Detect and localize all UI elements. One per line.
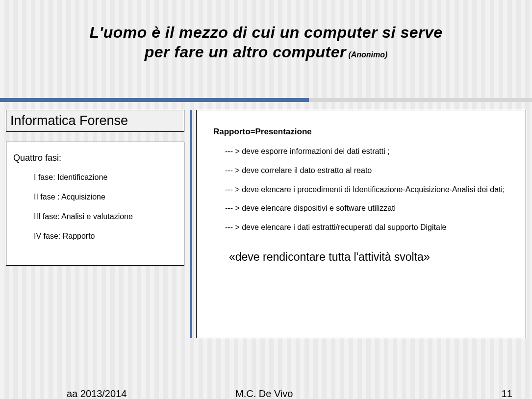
phase-item: II fase : Acquisizione: [34, 193, 177, 201]
title-author: (Anonimo): [348, 50, 387, 59]
right-column: Rapporto=Presentazione --- > deve esporr…: [196, 110, 526, 338]
rapporto-item: --- > deve correlare il dato estratto al…: [213, 166, 511, 176]
title-line-2: per fare un altro computer: [145, 43, 346, 61]
slide-title: L'uomo è il mezzo di cui un computer si …: [0, 0, 532, 62]
phase-item: IV fase: Rapporto: [34, 232, 177, 241]
rapporto-item: --- > deve elencare i dati estratti/recu…: [213, 223, 511, 233]
rapporto-heading: Rapporto=Presentazione: [213, 127, 511, 137]
title-line-1: L'uomo è il mezzo di cui un computer si …: [0, 23, 532, 42]
left-column: Informatica Forense Quattro fasi: I fase…: [6, 110, 184, 266]
divider-accent: [0, 98, 309, 102]
phases-box: Quattro fasi: I fase: Identificazione II…: [6, 142, 184, 266]
phase-item: III fase: Analisi e valutazione: [34, 212, 177, 221]
rapporto-item: --- > deve esporre informazioni dei dati…: [213, 147, 511, 157]
phases-title: Quattro fasi:: [13, 153, 177, 163]
section-header: Informatica Forense: [6, 110, 184, 132]
phase-item: I fase: Identificazione: [34, 173, 177, 182]
horizontal-divider: [0, 98, 532, 102]
phases-list: I fase: Identificazione II fase : Acquis…: [13, 173, 177, 241]
footer-author: M.C. De Vivo: [235, 388, 293, 399]
rapporto-quote: «deve rendicontare tutta l'attività svol…: [213, 250, 511, 264]
rapporto-item: --- > deve elencare dispositivi e softwa…: [213, 203, 511, 214]
rapporto-list: --- > deve esporre informazioni dei dati…: [213, 147, 511, 233]
footer-page-number: 11: [502, 388, 512, 399]
footer-year: aa 2013/2014: [67, 388, 127, 399]
vertical-divider: [190, 110, 192, 338]
rapporto-item: --- > deve elencare i procedimenti di Id…: [213, 185, 511, 195]
